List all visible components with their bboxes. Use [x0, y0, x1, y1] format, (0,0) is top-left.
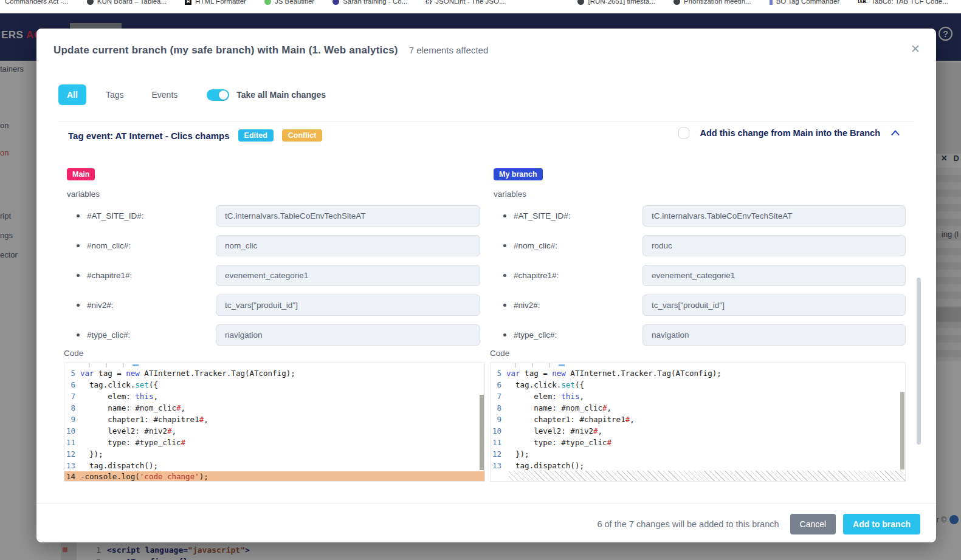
bullet-icon [503, 244, 506, 247]
modal-scrollbar[interactable] [917, 278, 921, 445]
variable-row: #chapitre1#: [67, 265, 480, 286]
diff-missing-line-hatch [509, 471, 905, 481]
my-branch-badge: My branch [494, 168, 543, 180]
bookmark-label: BO Tag Commander [776, 0, 840, 5]
code-line: 6 tag.click.set({ [491, 379, 905, 391]
line-number: 6 [491, 379, 506, 391]
modal-header: Update current branch (my safe branch) w… [53, 44, 488, 56]
elements-affected-label: 7 elements affected [409, 45, 489, 55]
footer-divider [36, 503, 936, 504]
branch-code-editor[interactable]: 5var tag = new ATInternet.Tracker.Tag(AT… [490, 363, 906, 482]
bookmark-item[interactable]: Prioritization meetin... [673, 0, 751, 5]
variable-value-input[interactable] [216, 324, 480, 346]
bookmark-item[interactable]: JS Beautifier [264, 0, 314, 5]
code-text: name: #nom_clic#, [506, 402, 905, 414]
bookmark-label: KUN Board – Tablea... [97, 0, 167, 5]
variable-value-input[interactable] [216, 235, 480, 256]
bookmark-item[interactable]: IAB.TabCo: TAB TCF Code... [858, 0, 948, 5]
variable-value-input[interactable] [642, 205, 906, 227]
close-icon[interactable]: ✕ [911, 43, 920, 55]
add-to-branch-button[interactable]: Add to branch [843, 514, 920, 534]
variable-name: #chapitre1#: [514, 271, 642, 280]
code-line: 6 tag.click.set({ [64, 379, 484, 391]
variable-row: #chapitre1#: [494, 265, 906, 286]
code-text: tag.dispatch(); [506, 460, 905, 471]
line-number: 14 [64, 471, 80, 482]
bullet-icon [77, 214, 80, 217]
code-text: -console.log('code change'); [80, 471, 484, 482]
bullet-icon [77, 333, 80, 336]
code-text: level2: #niv2#, [506, 425, 905, 437]
bookmark-item[interactable]: {;}JSONLint - The JSO... [425, 0, 505, 5]
bookmark-label: Prioritization meetin... [684, 0, 751, 5]
code-line: 10 level2: #niv2#, [64, 425, 484, 437]
code-text: type: #type_clic# [506, 437, 905, 448]
code-scrollbar[interactable] [900, 392, 904, 470]
bookmark-label: JS Beautifier [275, 0, 314, 5]
tab-events[interactable]: Events [143, 84, 186, 105]
tab-all[interactable]: All [58, 84, 86, 105]
cancel-button[interactable]: Cancel [790, 514, 836, 534]
main-column: Main variables #AT_SITE_ID#:#nom_clic#:#… [67, 168, 480, 354]
bookmark-item[interactable]: Sarah training - Co... [332, 0, 407, 5]
line-number: 9 [491, 414, 506, 425]
bookmark-label: Sarah training - Co... [343, 0, 407, 5]
bookmark-label: [RUN-2651] timesta... [588, 0, 655, 5]
bookmark-item[interactable]: KUN Board – Tablea... [87, 0, 167, 5]
bullet-icon [77, 274, 80, 277]
take-all-main-changes-toggle[interactable] [207, 89, 229, 101]
variable-name: #chapitre1#: [87, 271, 216, 280]
variable-row: #niv2#: [67, 295, 480, 316]
line-number: 11 [64, 437, 80, 448]
line-number: 8 [491, 402, 506, 414]
code-text: type: #type_clic# [80, 437, 484, 448]
bullet-icon [77, 304, 80, 307]
line-number: 6 [64, 379, 80, 391]
line-number: 13 [64, 460, 80, 471]
add-change-checkbox[interactable] [678, 128, 689, 138]
line-number: 8 [64, 402, 80, 414]
bookmark-item[interactable]: [RUN-2651] timesta... [577, 0, 655, 5]
main-branch-badge: Main [67, 168, 95, 180]
bookmark-item[interactable]: HHTML Formatter [185, 0, 246, 5]
changes-summary: 6 of the 7 changes will be added to this… [597, 519, 779, 529]
variable-value-input[interactable] [216, 205, 480, 227]
code-text: level2: #niv2#, [80, 425, 484, 437]
line-number: 10 [64, 425, 80, 437]
variable-row: #type_clic#: [67, 324, 480, 346]
change-section-header: Tag event: AT Internet - Clics champs Ed… [68, 129, 322, 142]
code-line: 12 }); [64, 448, 484, 460]
code-line: 11 type: #type_clic# [64, 437, 484, 448]
bookmark-item[interactable]: Commanders Act -... [1, 0, 69, 5]
filter-tabs: All Tags Events Take all Main changes [58, 84, 326, 105]
code-text: var tag = new ATInternet.Tracker.Tag(ATc… [506, 367, 905, 379]
bullet-icon [503, 274, 506, 277]
bullet-icon [77, 244, 80, 247]
variable-value-input[interactable] [216, 295, 480, 316]
bookmark-favicon [87, 0, 94, 5]
modal-footer: 6 of the 7 changes will be added to this… [597, 514, 920, 534]
code-line: 10 level2: #niv2#, [491, 425, 905, 437]
variable-value-input[interactable] [216, 265, 480, 286]
variable-value-input[interactable] [642, 265, 906, 286]
code-line: 9 chapter1: #chapitre1#, [491, 414, 905, 425]
bookmark-favicon [673, 0, 680, 5]
code-scrollbar[interactable] [480, 395, 484, 470]
code-line: 14-console.log('code change'); [64, 471, 484, 482]
bookmark-item[interactable]: BO Tag Commander [770, 0, 840, 5]
variable-value-input[interactable] [642, 324, 906, 346]
line-number: 7 [64, 391, 80, 402]
tab-tags[interactable]: Tags [97, 84, 133, 105]
variable-row: #type_clic#: [494, 324, 906, 346]
variable-value-input[interactable] [642, 295, 906, 316]
code-text: var tag = new ATInternet.Tracker.Tag(ATc… [80, 367, 484, 379]
code-scroll-sliver [64, 363, 484, 367]
variables-label: variables [67, 190, 480, 199]
variable-row: #AT_SITE_ID#: [494, 205, 906, 227]
variable-value-input[interactable] [642, 235, 906, 256]
chevron-up-icon[interactable] [891, 130, 900, 136]
main-code-editor[interactable]: 5var tag = new ATInternet.Tracker.Tag(AT… [64, 363, 485, 482]
code-text: tag.click.set({ [506, 379, 905, 391]
add-change-control[interactable]: Add this change from Main into the Branc… [678, 128, 900, 138]
bookmark-favicon [332, 0, 339, 5]
